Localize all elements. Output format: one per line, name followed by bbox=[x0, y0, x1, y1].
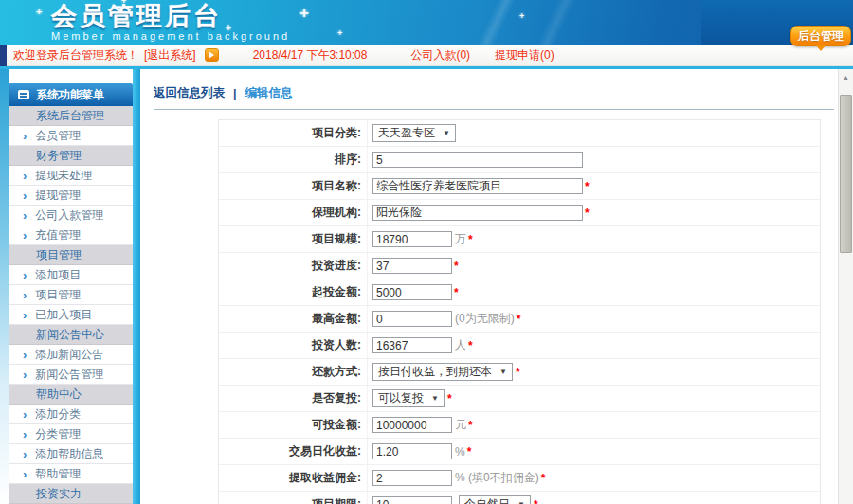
sidebar-link-item[interactable]: ›添加项目 bbox=[9, 265, 133, 285]
sidebar-item-label: 项目管理 bbox=[35, 287, 81, 303]
sidebar-item-label: 添加项目 bbox=[35, 267, 81, 283]
company-deposit-link[interactable]: 公司入款(0) bbox=[410, 47, 470, 63]
admin-manage-button[interactable]: 后台管理 bbox=[790, 26, 851, 46]
text-input[interactable] bbox=[372, 152, 583, 168]
chevron-right-icon: › bbox=[23, 448, 27, 460]
sidebar-link-item[interactable]: ›已加入项目 bbox=[9, 305, 133, 325]
form-row: 提取收益佣金:% (填0不扣佣金)* bbox=[219, 465, 820, 492]
withdraw-request-link[interactable]: 提现申请(0) bbox=[495, 47, 554, 63]
chevron-right-icon: › bbox=[23, 289, 27, 301]
dropdown-select[interactable]: 天天盈专区▼ bbox=[372, 124, 456, 142]
chevron-right-icon: › bbox=[23, 369, 27, 381]
dropdown-caret-icon: ▼ bbox=[517, 500, 525, 504]
dropdown-select[interactable]: 可以复投▼ bbox=[372, 389, 445, 407]
form-row: 保理机构:* bbox=[219, 200, 820, 226]
sidebar-link-item[interactable]: ›项目管理 bbox=[9, 285, 133, 305]
sidebar-link-item[interactable]: ›提现管理 bbox=[9, 186, 133, 206]
logout-link[interactable]: [退出系统] bbox=[144, 47, 196, 63]
sidebar-link-item[interactable]: ›添加帮助信息 bbox=[9, 444, 133, 464]
text-input[interactable] bbox=[372, 205, 583, 221]
required-asterisk: * bbox=[468, 233, 473, 246]
required-asterisk: * bbox=[516, 366, 520, 379]
app-title: 会员管理后台 bbox=[51, 2, 290, 30]
field-area: 个自然日▼* bbox=[368, 492, 820, 504]
chevron-right-icon: › bbox=[23, 229, 27, 242]
field-label: 排序: bbox=[219, 147, 368, 172]
sidebar-section-item[interactable]: 新闻公告中心 bbox=[9, 325, 133, 345]
field-area: 天天盈专区▼ bbox=[368, 120, 820, 146]
field-label: 项目期限: bbox=[219, 492, 368, 504]
dropdown-selected-value: 可以复投 bbox=[378, 390, 424, 406]
text-input[interactable] bbox=[372, 337, 452, 353]
sidebar-item-label: 提现管理 bbox=[35, 188, 81, 204]
field-label: 可投金额: bbox=[219, 412, 368, 438]
scrollbar-thumb[interactable] bbox=[840, 95, 852, 253]
field-area: 元* bbox=[368, 412, 820, 438]
sidebar-section-item[interactable]: 财务管理 bbox=[9, 146, 133, 166]
field-area: * bbox=[368, 200, 820, 225]
field-area: (0为无限制)* bbox=[368, 306, 820, 332]
text-input[interactable] bbox=[372, 231, 452, 247]
field-label: 投资进度: bbox=[219, 253, 368, 279]
sidebar-item-label: 帮助中心 bbox=[36, 387, 82, 403]
sidebar-item-label: 分类管理 bbox=[35, 426, 81, 442]
sidebar-link-item[interactable]: ›新闻公告管理 bbox=[9, 365, 133, 385]
sidebar-section-item[interactable]: 系统后台管理 bbox=[9, 106, 133, 126]
dropdown-select[interactable]: 按日付收益，到期还本▼ bbox=[372, 363, 513, 381]
speaker-icon[interactable] bbox=[205, 48, 219, 62]
scroll-up-icon[interactable]: ▲ bbox=[839, 69, 853, 84]
form-row: 最高金额:(0为无限制)* bbox=[219, 306, 820, 333]
text-input[interactable] bbox=[372, 178, 583, 194]
form-row: 可投金额:元* bbox=[219, 412, 820, 439]
sparkle-icon: + bbox=[519, 11, 524, 21]
field-area: 人* bbox=[368, 333, 820, 358]
scrollbar[interactable]: ▲ bbox=[838, 69, 853, 504]
chevron-right-icon: › bbox=[23, 170, 27, 182]
field-label: 投资人数: bbox=[219, 333, 368, 358]
field-area: 可以复投▼* bbox=[368, 386, 820, 411]
dropdown-select[interactable]: 个自然日▼ bbox=[459, 495, 531, 504]
text-input[interactable] bbox=[372, 311, 452, 327]
sidebar-section-item[interactable]: 投资实力 bbox=[9, 484, 133, 504]
edit-info-tab[interactable]: 编辑信息 bbox=[245, 85, 293, 101]
sidebar-item-label: 财务管理 bbox=[36, 148, 82, 164]
dropdown-selected-value: 按日付收益，到期还本 bbox=[378, 364, 492, 380]
text-input[interactable] bbox=[372, 496, 452, 504]
sidebar-item-label: 充值管理 bbox=[35, 227, 81, 243]
field-label: 起投金额: bbox=[219, 279, 368, 305]
sidebar-link-item[interactable]: ›提现未处理 bbox=[9, 166, 133, 186]
field-hint: (0为无限制) bbox=[455, 311, 515, 327]
chevron-right-icon: › bbox=[23, 309, 27, 321]
text-input[interactable] bbox=[372, 284, 452, 300]
back-to-list-link[interactable]: 返回信息列表 bbox=[154, 85, 225, 101]
sidebar-link-item[interactable]: ›公司入款管理 bbox=[9, 206, 133, 225]
dropdown-selected-value: 天天盈专区 bbox=[378, 125, 435, 141]
app-banner: + + + + + + 会员管理后台 Member management bac… bbox=[0, 0, 853, 45]
field-area: % (填0不扣佣金)* bbox=[368, 465, 820, 491]
main-content: 返回信息列表 | 编辑信息 项目分类:天天盈专区▼排序:项目名称:*保理机构:*… bbox=[140, 69, 838, 504]
sidebar-item-label: 已加入项目 bbox=[35, 307, 92, 323]
chevron-right-icon: › bbox=[23, 349, 27, 361]
required-asterisk: * bbox=[534, 498, 538, 504]
sidebar-header: 系统功能菜单 bbox=[9, 83, 133, 106]
sidebar-link-item[interactable]: ›分类管理 bbox=[9, 424, 133, 444]
sidebar-link-item[interactable]: ›添加新闻公告 bbox=[9, 345, 133, 365]
dropdown-caret-icon: ▼ bbox=[499, 368, 507, 376]
sidebar-item-label: 添加帮助信息 bbox=[35, 446, 103, 462]
dropdown-caret-icon: ▼ bbox=[443, 129, 450, 137]
sidebar-link-item[interactable]: ›添加分类 bbox=[9, 405, 133, 424]
sidebar-link-item[interactable]: ›帮助管理 bbox=[9, 464, 133, 484]
sidebar-item-label: 帮助管理 bbox=[35, 466, 81, 482]
text-input[interactable] bbox=[372, 258, 452, 274]
app-logo: 会员管理后台 Member management background bbox=[51, 2, 290, 42]
sidebar-link-item[interactable]: ›充值管理 bbox=[9, 225, 133, 245]
sidebar-item-label: 添加分类 bbox=[35, 406, 81, 423]
required-asterisk: * bbox=[467, 445, 472, 459]
text-input[interactable] bbox=[372, 417, 452, 433]
form-row: 项目规模:万* bbox=[219, 226, 820, 253]
sidebar-section-item[interactable]: 帮助中心 bbox=[9, 385, 133, 405]
text-input[interactable] bbox=[372, 443, 452, 459]
sidebar-link-item[interactable]: ›会员管理 bbox=[9, 126, 133, 146]
sidebar-section-item[interactable]: 项目管理 bbox=[9, 245, 133, 265]
text-input[interactable] bbox=[372, 470, 452, 486]
